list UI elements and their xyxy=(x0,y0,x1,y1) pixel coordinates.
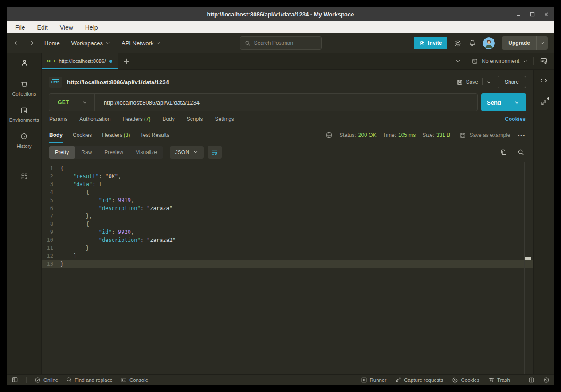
nav-api-network[interactable]: API Network xyxy=(122,40,161,47)
unsaved-dot-icon xyxy=(109,60,112,63)
code-text: { xyxy=(60,220,89,228)
globe-icon[interactable] xyxy=(326,132,333,139)
menu-view[interactable]: View xyxy=(60,24,73,31)
search-icon xyxy=(66,377,72,383)
environment-selector[interactable]: No environment xyxy=(466,53,533,69)
menu-help[interactable]: Help xyxy=(85,24,98,31)
close-icon[interactable] xyxy=(544,12,549,17)
chevron-down-icon xyxy=(82,100,87,105)
help-icon[interactable] xyxy=(543,377,549,383)
code-text: } xyxy=(60,260,63,268)
code-line: 3 "data": [ xyxy=(42,180,533,188)
save-options-chevron-icon[interactable] xyxy=(486,80,491,85)
notification-dot xyxy=(547,97,549,100)
response-toolbar: Pretty Raw Preview Visualize JSON xyxy=(42,143,533,162)
menu-edit[interactable]: Edit xyxy=(37,24,48,31)
global-search[interactable] xyxy=(240,36,322,50)
more-options-icon[interactable]: ••• xyxy=(518,132,526,138)
mode-raw-button[interactable]: Raw xyxy=(75,146,98,159)
code-line: 2 "result": "OK", xyxy=(42,172,533,180)
gear-icon[interactable] xyxy=(454,39,462,47)
cookies-button[interactable]: Cookies xyxy=(452,377,479,383)
mode-preview-button[interactable]: Preview xyxy=(98,146,129,159)
tab-headers[interactable]: Headers(7) xyxy=(122,116,150,122)
tab-list-chevron-icon[interactable] xyxy=(451,53,466,69)
mode-visualize-button[interactable]: Visualize xyxy=(129,146,163,159)
search-input[interactable] xyxy=(254,40,312,46)
nav-home[interactable]: Home xyxy=(44,40,60,47)
send-options-chevron-icon[interactable] xyxy=(507,93,526,111)
url-input[interactable] xyxy=(95,99,477,106)
chevron-down-icon xyxy=(156,41,161,45)
minimize-icon[interactable] xyxy=(516,12,521,17)
size-label: Size: xyxy=(422,132,434,138)
forward-arrow-icon[interactable] xyxy=(27,39,35,47)
bell-icon[interactable] xyxy=(469,39,476,47)
line-number: 2 xyxy=(42,172,60,180)
menubar: File Edit View Help xyxy=(7,21,554,33)
sidebar-item-history[interactable]: History xyxy=(16,132,31,149)
request-panel: HTTP http://localhost:8086/api/v1/data/1… xyxy=(42,70,533,374)
code-snippet-icon[interactable] xyxy=(540,77,548,85)
sidebar-item-collections[interactable]: Collections xyxy=(12,80,36,97)
method-selector[interactable]: GET xyxy=(49,94,94,111)
wrap-lines-button[interactable] xyxy=(208,146,222,159)
response-tab-test-results[interactable]: Test Results xyxy=(140,127,169,143)
time-label: Time: xyxy=(383,132,396,138)
menu-file[interactable]: File xyxy=(15,24,25,31)
invite-button[interactable]: Invite xyxy=(414,37,447,49)
console-button[interactable]: Console xyxy=(121,377,148,383)
upgrade-button[interactable]: Upgrade xyxy=(502,36,536,50)
invite-label: Invite xyxy=(428,40,442,46)
find-and-replace-button[interactable]: Find and replace xyxy=(66,377,113,383)
response-tab-headers[interactable]: Headers(3) xyxy=(102,127,130,143)
save-as-example-button[interactable]: Save as example xyxy=(459,132,510,139)
send-button[interactable]: Send xyxy=(481,93,507,111)
runner-button[interactable]: Runner xyxy=(361,377,387,383)
code-line: 5 "id": 9919, xyxy=(42,196,533,204)
send-split-button: Send xyxy=(481,93,526,111)
sidebar-item-environments[interactable]: Environments xyxy=(9,106,39,123)
online-status[interactable]: Online xyxy=(35,377,58,383)
back-arrow-icon[interactable] xyxy=(13,39,20,47)
response-body-editor[interactable]: 1{2 "result": "OK",3 "data": [4 {5 "id":… xyxy=(42,162,533,374)
nav-workspaces[interactable]: Workspaces xyxy=(71,40,110,47)
response-tab-body[interactable]: Body xyxy=(49,127,63,143)
related-requests-icon[interactable] xyxy=(540,99,548,106)
tab-authorization[interactable]: Authorization xyxy=(79,116,110,122)
line-number: 11 xyxy=(42,244,60,252)
status-bar: Online Find and replace Console Runner C… xyxy=(7,374,554,385)
format-select[interactable]: JSON xyxy=(170,146,204,159)
mode-pretty-button[interactable]: Pretty xyxy=(49,146,75,159)
toggle-sidebar-icon[interactable] xyxy=(12,376,18,383)
capture-requests-button[interactable]: Capture requests xyxy=(395,377,443,383)
tab-settings[interactable]: Settings xyxy=(215,116,234,122)
maximize-icon[interactable] xyxy=(530,12,535,17)
response-tab-cookies[interactable]: Cookies xyxy=(73,127,92,143)
upgrade-chevron-button[interactable] xyxy=(536,36,548,50)
trash-button[interactable]: Trash xyxy=(488,377,510,383)
new-panel-icon[interactable] xyxy=(20,172,28,180)
http-request-icon: HTTP xyxy=(49,77,62,88)
cookies-link[interactable]: Cookies xyxy=(505,116,526,122)
runner-icon xyxy=(361,377,367,383)
environment-quick-look-icon[interactable] xyxy=(534,53,554,69)
sidebar-divider xyxy=(7,159,41,159)
avatar[interactable] xyxy=(483,37,495,49)
tab-params[interactable]: Params xyxy=(49,116,67,122)
tab-body[interactable]: Body xyxy=(162,116,174,122)
save-button[interactable]: Save xyxy=(456,79,478,85)
search-body-icon[interactable] xyxy=(518,149,524,155)
save-group-separator xyxy=(482,78,483,85)
request-tab[interactable]: GET http://localhost:8086/a xyxy=(42,53,118,69)
new-tab-button[interactable] xyxy=(118,53,135,69)
profile-icon[interactable] xyxy=(20,58,29,67)
time-value: 105 ms xyxy=(398,132,416,138)
tab-scripts[interactable]: Scripts xyxy=(187,116,203,122)
split-panel-icon[interactable] xyxy=(528,377,534,383)
method-label: GET xyxy=(58,99,69,105)
capture-requests-label: Capture requests xyxy=(404,377,443,383)
copy-icon[interactable] xyxy=(500,149,507,155)
share-button[interactable]: Share xyxy=(498,76,526,88)
scrollbar-annotation xyxy=(525,257,531,260)
